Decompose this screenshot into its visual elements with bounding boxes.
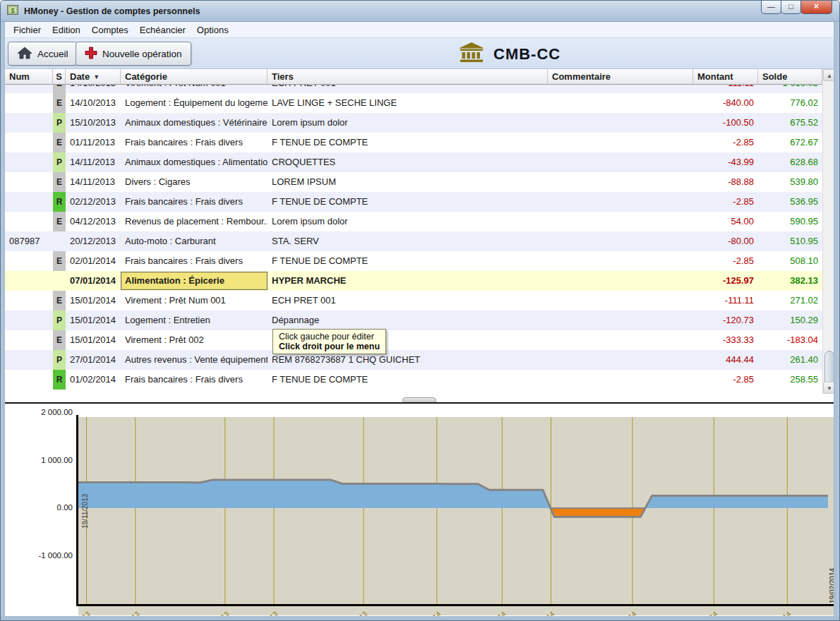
cell-solde: 590.95 xyxy=(758,212,822,231)
window-frame-right xyxy=(834,22,839,620)
minimize-button[interactable]: — xyxy=(761,1,781,14)
splitter[interactable] xyxy=(5,394,834,406)
table-row[interactable]: E14/10/2013Logement : Équipement du loge… xyxy=(5,93,822,113)
cell-date: 02/01/2014 xyxy=(66,251,121,271)
cell-date: 15/01/2014 xyxy=(66,310,121,330)
status-badge: R xyxy=(53,192,66,212)
table-row[interactable]: E04/12/2013Revenus de placement : Rembou… xyxy=(5,212,822,231)
cell-comment xyxy=(548,251,693,271)
title-bar[interactable]: $ HMoney - Gestion de comptes personnels… xyxy=(1,1,839,22)
column-header-label: S xyxy=(56,71,62,82)
column-header-categorie[interactable]: Catégorie xyxy=(121,69,268,85)
cell-comment xyxy=(548,85,693,93)
window-frame-bottom xyxy=(1,616,839,620)
column-header-solde[interactable]: Solde xyxy=(758,69,822,85)
cell-montant: -2.85 xyxy=(693,251,758,271)
cell-date: 15/01/2014 xyxy=(66,330,121,350)
status-cell: E xyxy=(53,172,66,192)
cell-montant: -840.00 xyxy=(693,93,758,113)
column-header-s[interactable]: S xyxy=(53,69,66,85)
table-row[interactable]: 07/01/2014Alimentation : ÉpicerieHYPER M… xyxy=(5,271,822,291)
cell-date: 15/01/2014 xyxy=(66,291,121,310)
status-badge: E xyxy=(53,330,66,350)
cell-montant: -111.11 xyxy=(693,291,758,310)
status-cell: E xyxy=(53,330,66,350)
cell-tiers: CROQUETTES xyxy=(268,152,548,172)
row-tooltip: Click gauche pour éditer Click droit pou… xyxy=(272,329,386,354)
cell-comment xyxy=(548,370,693,390)
table-row[interactable]: E02/01/2014Frais bancaires : Frais diver… xyxy=(5,251,822,271)
table-row[interactable]: P14/11/2013Animaux domestiques : Aliment… xyxy=(5,152,822,172)
cell-montant: -333.33 xyxy=(693,330,758,350)
menu-echeancier[interactable]: Echéancier xyxy=(134,23,191,37)
cell-tiers: Lorem ipsum dolor xyxy=(268,212,548,231)
cell-solde: 261.40 xyxy=(758,350,822,370)
status-badge: P xyxy=(53,310,66,330)
column-header-commentaire[interactable]: Commentaire xyxy=(548,69,693,85)
table-row[interactable]: E15/01/2014Virement : Prêt 002-333.33-18… xyxy=(5,330,822,350)
cell-date: 14/10/2013 xyxy=(66,85,121,93)
cell-comment xyxy=(548,271,693,291)
cell-solde: 508.10 xyxy=(758,251,822,271)
cell-category: Frais bancaires : Frais divers xyxy=(121,133,268,152)
cell-montant: 444.44 xyxy=(693,350,758,370)
column-header-montant[interactable]: Montant xyxy=(693,69,758,85)
account-header: CMB-CC xyxy=(458,42,560,66)
cell-solde: 150.29 xyxy=(758,310,822,330)
cell-comment xyxy=(548,192,693,212)
column-header-label: Num xyxy=(9,71,30,82)
table-row[interactable]: E15/01/2014Virement : Prêt Num 001ECH PR… xyxy=(5,291,822,310)
toolbar: Accueil Nouvelle opération CMB-CC xyxy=(5,38,834,69)
maximize-button[interactable]: □ xyxy=(781,1,801,14)
cell-tiers: ECH PRET 001 xyxy=(268,291,548,310)
status-badge: E xyxy=(53,172,66,192)
menu-bar: FichierEditionComptesEchéancierOptions xyxy=(5,22,834,38)
cell-num xyxy=(5,370,53,390)
cell-comment xyxy=(548,291,693,310)
app-icon: $ xyxy=(7,5,18,18)
column-header-num[interactable]: Num xyxy=(5,69,53,85)
cell-category: Divers : Cigares xyxy=(121,172,268,192)
cell-category: Logement : Équipement du logeme... xyxy=(121,93,268,113)
table-row[interactable]: R02/12/2013Frais bancaires : Frais diver… xyxy=(5,192,822,212)
menu-fichier[interactable]: Fichier xyxy=(8,23,47,37)
menu-comptes[interactable]: Comptes xyxy=(86,23,134,37)
table-row[interactable]: 08798720/12/2013Auto-moto : CarburantSTA… xyxy=(5,231,822,251)
status-cell: P xyxy=(53,350,66,370)
table-row[interactable]: P27/01/2014Autres revenus : Vente équipe… xyxy=(5,350,822,370)
cell-comment xyxy=(548,152,693,172)
table-row[interactable]: E01/11/2013Frais bancaires : Frais diver… xyxy=(5,133,822,152)
home-button[interactable]: Accueil xyxy=(8,42,78,66)
cell-solde: 382.13 xyxy=(758,271,822,291)
menu-options[interactable]: Options xyxy=(191,23,234,37)
table-row[interactable]: P15/01/2014Logement : EntretienDépannage… xyxy=(5,310,822,330)
cell-tiers: F TENUE DE COMPTE xyxy=(268,192,548,212)
cell-num xyxy=(5,271,53,291)
table-row[interactable]: P15/10/2013Animaux domestiques : Vétérin… xyxy=(5,113,822,133)
column-header-tiers[interactable]: Tiers xyxy=(268,69,548,85)
cell-comment xyxy=(548,113,693,133)
category-edit-box[interactable]: Alimentation : Épicerie xyxy=(121,272,268,290)
close-button[interactable]: × xyxy=(800,1,832,14)
svg-text:$: $ xyxy=(11,6,14,13)
cell-num xyxy=(5,330,53,350)
home-icon xyxy=(17,47,32,61)
operations-table: E14/10/2013Virement : Prêt Num 001ECH PR… xyxy=(5,85,822,390)
cell-tiers: HYPER MARCHE xyxy=(268,271,548,291)
column-header-date[interactable]: Date▼ xyxy=(66,69,121,85)
cell-date: 07/01/2014 xyxy=(66,271,121,291)
table-row[interactable]: E14/10/2013Virement : Prêt Num 001ECH PR… xyxy=(5,85,822,93)
cell-tiers: LAVE LINGE + SECHE LINGE xyxy=(268,93,548,113)
menu-edition[interactable]: Edition xyxy=(47,23,86,37)
cell-tiers: Lorem ipsum dolor xyxy=(268,113,548,133)
status-badge: P xyxy=(53,113,66,133)
table-row[interactable]: R01/02/2014Frais bancaires : Frais diver… xyxy=(5,370,822,390)
table-row[interactable]: E14/11/2013Divers : CigaresLOREM IPSUM-8… xyxy=(5,172,822,192)
window-title: HMoney - Gestion de comptes personnels xyxy=(24,6,200,16)
cell-num xyxy=(5,93,53,113)
status-badge: R xyxy=(53,370,66,390)
new-operation-button[interactable]: Nouvelle opération xyxy=(76,42,191,66)
new-operation-button-label: Nouvelle opération xyxy=(102,49,182,59)
cell-montant: -43.99 xyxy=(693,152,758,172)
status-badge: P xyxy=(53,350,66,370)
